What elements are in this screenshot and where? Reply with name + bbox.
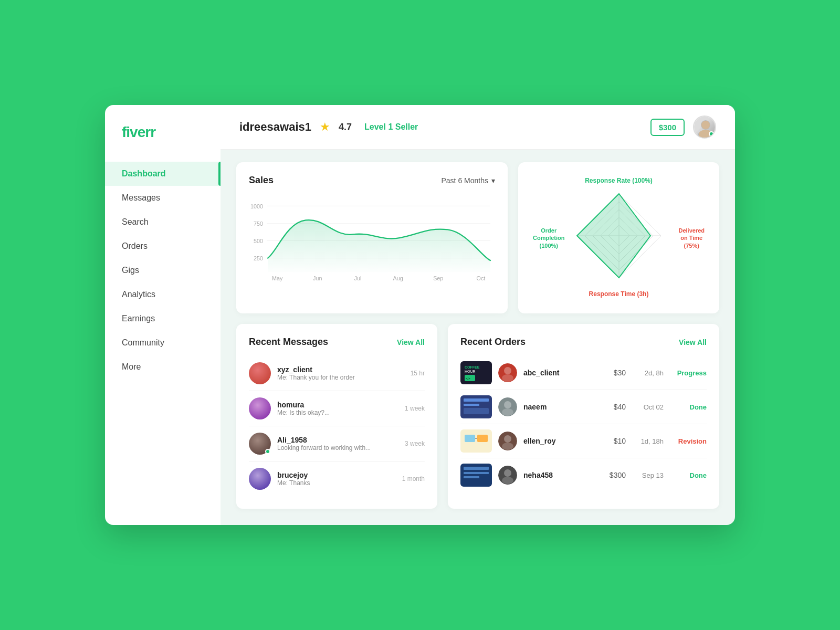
sidebar-item-earnings[interactable]: Earnings bbox=[105, 307, 220, 331]
msg-avatar bbox=[249, 362, 271, 384]
online-indicator bbox=[709, 131, 714, 136]
sidebar-item-orders[interactable]: Orders bbox=[105, 234, 220, 258]
messages-list: xyz_client Me: Thank you for the order 1… bbox=[249, 356, 425, 496]
orders-card: Recent Orders View All COFFEEHOUR</> abc… bbox=[448, 324, 719, 509]
online-dot bbox=[265, 449, 270, 454]
radar-container: Response Rate (100%) Deliveredon Time(75… bbox=[531, 175, 707, 301]
msg-avatar bbox=[249, 397, 271, 419]
order-client-avatar bbox=[498, 432, 517, 450]
order-client-avatar bbox=[498, 466, 517, 485]
msg-name: homura bbox=[277, 401, 398, 409]
svg-text:Oct: Oct bbox=[477, 275, 486, 281]
order-client-name: abc_client bbox=[523, 369, 595, 377]
dashboard-body: Sales Past 6 Months ▾ 1000 750 500 250 bbox=[220, 150, 735, 521]
radar-svg bbox=[566, 183, 671, 288]
order-row[interactable]: ellen_roy $10 1d, 18h Revision bbox=[460, 424, 707, 458]
sidebar-item-community[interactable]: Community bbox=[105, 331, 220, 355]
message-item[interactable]: Ali_1958 Looking forward to working with… bbox=[249, 426, 425, 461]
sidebar-item-messages[interactable]: Messages bbox=[105, 186, 220, 210]
header-balance[interactable]: $300 bbox=[650, 119, 685, 136]
sales-card-header: Sales Past 6 Months ▾ bbox=[249, 175, 495, 186]
radar-label-left: OrderCompletion(100%) bbox=[533, 227, 565, 249]
svg-rect-43 bbox=[477, 435, 488, 442]
svg-point-54 bbox=[502, 477, 513, 484]
order-thumbnail bbox=[460, 429, 492, 453]
orders-view-all[interactable]: View All bbox=[679, 338, 707, 346]
sales-title: Sales bbox=[249, 175, 274, 186]
sidebar-item-analytics[interactable]: Analytics bbox=[105, 282, 220, 307]
avatar bbox=[693, 116, 716, 139]
order-client-name: ellen_roy bbox=[523, 437, 595, 445]
msg-content: brucejoy Me: Thanks bbox=[277, 471, 396, 487]
order-client-avatar bbox=[498, 397, 517, 416]
header-level: Level 1 Seller bbox=[364, 122, 418, 132]
radar-card: Response Rate (100%) Deliveredon Time(75… bbox=[518, 162, 719, 313]
msg-avatar bbox=[249, 468, 271, 490]
orders-list: COFFEEHOUR</> abc_client $30 2d, 8h Prog… bbox=[460, 356, 707, 492]
msg-preview: Looking forward to working with... bbox=[277, 444, 398, 452]
main-content: idreesawais1 ★ 4.7 Level 1 Seller $300 bbox=[220, 105, 735, 525]
msg-content: homura Me: Is this okay?... bbox=[277, 401, 398, 416]
messages-view-all[interactable]: View All bbox=[397, 338, 425, 346]
logo: fiverr bbox=[105, 124, 220, 162]
order-client-name: neha458 bbox=[523, 471, 595, 479]
svg-text:750: 750 bbox=[254, 220, 263, 227]
svg-rect-50 bbox=[464, 472, 489, 474]
radar-label-right: Deliveredon Time(75%) bbox=[678, 227, 705, 249]
bottom-row: Recent Messages View All xyz_client Me: … bbox=[236, 324, 719, 509]
msg-preview: Me: Thanks bbox=[277, 479, 396, 487]
sidebar-item-search[interactable]: Search bbox=[105, 210, 220, 234]
msg-content: xyz_client Me: Thank you for the order bbox=[277, 365, 404, 381]
svg-rect-36 bbox=[464, 404, 479, 406]
svg-rect-37 bbox=[464, 408, 489, 414]
svg-text:Sep: Sep bbox=[433, 275, 443, 281]
sidebar-item-dashboard[interactable]: Dashboard bbox=[105, 162, 220, 186]
header: idreesawais1 ★ 4.7 Level 1 Seller $300 bbox=[220, 105, 735, 150]
order-client-avatar bbox=[498, 363, 517, 382]
message-item[interactable]: homura Me: Is this okay?... 1 week bbox=[249, 391, 425, 426]
messages-card: Recent Messages View All xyz_client Me: … bbox=[236, 324, 437, 509]
msg-time: 3 week bbox=[405, 440, 425, 447]
sales-chart-card: Sales Past 6 Months ▾ 1000 750 500 250 bbox=[236, 162, 508, 313]
message-item[interactable]: brucejoy Me: Thanks 1 month bbox=[249, 461, 425, 496]
order-price: $40 bbox=[602, 403, 626, 411]
svg-text:COFFEE: COFFEE bbox=[465, 365, 480, 369]
order-thumbnail: COFFEEHOUR</> bbox=[460, 361, 492, 384]
msg-name: xyz_client bbox=[277, 365, 404, 374]
sidebar-item-gigs[interactable]: Gigs bbox=[105, 258, 220, 282]
svg-rect-35 bbox=[464, 398, 489, 402]
order-row[interactable]: COFFEEHOUR</> abc_client $30 2d, 8h Prog… bbox=[460, 356, 707, 390]
msg-preview: Me: Is this okay?... bbox=[277, 409, 398, 416]
message-item[interactable]: xyz_client Me: Thank you for the order 1… bbox=[249, 356, 425, 391]
radar-label-bottom: Response Time (3h) bbox=[589, 290, 649, 299]
msg-time: 15 hr bbox=[411, 370, 425, 377]
order-status: Progress bbox=[670, 369, 707, 377]
svg-rect-42 bbox=[465, 435, 475, 442]
star-icon: ★ bbox=[320, 120, 330, 134]
sidebar-item-more[interactable]: More bbox=[105, 355, 220, 379]
svg-text:Aug: Aug bbox=[393, 275, 403, 281]
sidebar-nav: DashboardMessagesSearchOrdersGigsAnalyti… bbox=[105, 162, 220, 379]
order-row[interactable]: naeem $40 Oct 02 Done bbox=[460, 390, 707, 424]
svg-point-2 bbox=[701, 121, 710, 129]
order-client-name: naeem bbox=[523, 403, 595, 411]
order-price: $10 bbox=[602, 437, 626, 445]
svg-rect-49 bbox=[464, 467, 489, 470]
svg-text:</>: </> bbox=[466, 377, 470, 380]
period-selector[interactable]: Past 6 Months ▾ bbox=[442, 176, 496, 185]
msg-time: 1 week bbox=[405, 405, 425, 412]
msg-name: Ali_1958 bbox=[277, 436, 398, 444]
order-status: Done bbox=[670, 471, 707, 479]
chevron-down-icon: ▾ bbox=[491, 176, 495, 185]
orders-title: Recent Orders bbox=[460, 337, 526, 348]
order-row[interactable]: neha458 $300 Sep 13 Done bbox=[460, 458, 707, 492]
sales-chart-area: 1000 750 500 250 bbox=[249, 194, 495, 289]
msg-content: Ali_1958 Looking forward to working with… bbox=[277, 436, 398, 452]
svg-text:Jul: Jul bbox=[354, 275, 362, 281]
order-price: $300 bbox=[602, 471, 626, 479]
messages-card-header: Recent Messages View All bbox=[249, 337, 425, 348]
svg-text:250: 250 bbox=[254, 255, 263, 261]
sidebar: fiverr DashboardMessagesSearchOrdersGigs… bbox=[105, 105, 220, 525]
svg-point-32 bbox=[504, 367, 511, 374]
svg-point-53 bbox=[504, 469, 511, 477]
